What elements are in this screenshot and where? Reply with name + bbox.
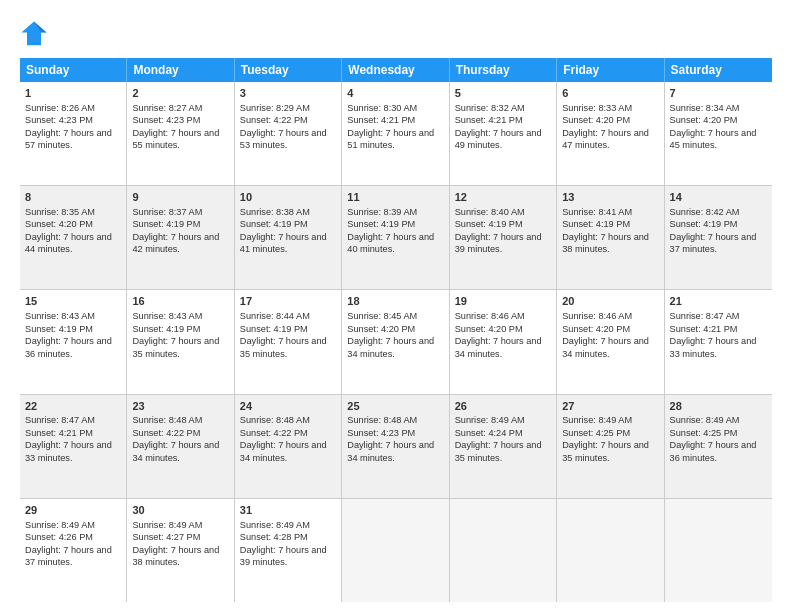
daylight-text: Daylight: 7 hours and 35 minutes. bbox=[455, 440, 542, 462]
day-cell-4: 4Sunrise: 8:30 AMSunset: 4:21 PMDaylight… bbox=[342, 82, 449, 185]
day-number: 16 bbox=[132, 294, 228, 309]
sunset-text: Sunset: 4:19 PM bbox=[347, 219, 415, 229]
daylight-text: Daylight: 7 hours and 39 minutes. bbox=[455, 232, 542, 254]
sunrise-text: Sunrise: 8:26 AM bbox=[25, 103, 95, 113]
calendar-week-3: 15Sunrise: 8:43 AMSunset: 4:19 PMDayligh… bbox=[20, 290, 772, 394]
calendar: SundayMondayTuesdayWednesdayThursdayFrid… bbox=[20, 58, 772, 602]
day-cell-30: 30Sunrise: 8:49 AMSunset: 4:27 PMDayligh… bbox=[127, 499, 234, 602]
sunrise-text: Sunrise: 8:32 AM bbox=[455, 103, 525, 113]
header-day-sunday: Sunday bbox=[20, 58, 127, 82]
header-day-thursday: Thursday bbox=[450, 58, 557, 82]
sunrise-text: Sunrise: 8:48 AM bbox=[347, 415, 417, 425]
page: SundayMondayTuesdayWednesdayThursdayFrid… bbox=[0, 0, 792, 612]
sunrise-text: Sunrise: 8:48 AM bbox=[132, 415, 202, 425]
daylight-text: Daylight: 7 hours and 34 minutes. bbox=[347, 336, 434, 358]
day-cell-28: 28Sunrise: 8:49 AMSunset: 4:25 PMDayligh… bbox=[665, 395, 772, 498]
sunrise-text: Sunrise: 8:49 AM bbox=[132, 520, 202, 530]
daylight-text: Daylight: 7 hours and 34 minutes. bbox=[240, 440, 327, 462]
day-number: 27 bbox=[562, 399, 658, 414]
header-day-friday: Friday bbox=[557, 58, 664, 82]
day-cell-1: 1Sunrise: 8:26 AMSunset: 4:23 PMDaylight… bbox=[20, 82, 127, 185]
daylight-text: Daylight: 7 hours and 35 minutes. bbox=[240, 336, 327, 358]
sunset-text: Sunset: 4:27 PM bbox=[132, 532, 200, 542]
sunset-text: Sunset: 4:28 PM bbox=[240, 532, 308, 542]
day-number: 11 bbox=[347, 190, 443, 205]
day-number: 30 bbox=[132, 503, 228, 518]
header-day-monday: Monday bbox=[127, 58, 234, 82]
logo bbox=[20, 20, 52, 48]
day-number: 13 bbox=[562, 190, 658, 205]
day-number: 28 bbox=[670, 399, 767, 414]
day-number: 18 bbox=[347, 294, 443, 309]
day-cell-14: 14Sunrise: 8:42 AMSunset: 4:19 PMDayligh… bbox=[665, 186, 772, 289]
day-number: 4 bbox=[347, 86, 443, 101]
day-cell-22: 22Sunrise: 8:47 AMSunset: 4:21 PMDayligh… bbox=[20, 395, 127, 498]
calendar-week-4: 22Sunrise: 8:47 AMSunset: 4:21 PMDayligh… bbox=[20, 395, 772, 499]
day-number: 29 bbox=[25, 503, 121, 518]
day-cell-8: 8Sunrise: 8:35 AMSunset: 4:20 PMDaylight… bbox=[20, 186, 127, 289]
sunrise-text: Sunrise: 8:27 AM bbox=[132, 103, 202, 113]
daylight-text: Daylight: 7 hours and 34 minutes. bbox=[562, 336, 649, 358]
sunrise-text: Sunrise: 8:46 AM bbox=[455, 311, 525, 321]
sunset-text: Sunset: 4:20 PM bbox=[347, 324, 415, 334]
header-day-saturday: Saturday bbox=[665, 58, 772, 82]
daylight-text: Daylight: 7 hours and 35 minutes. bbox=[562, 440, 649, 462]
daylight-text: Daylight: 7 hours and 51 minutes. bbox=[347, 128, 434, 150]
day-number: 20 bbox=[562, 294, 658, 309]
svg-marker-0 bbox=[21, 21, 46, 45]
daylight-text: Daylight: 7 hours and 36 minutes. bbox=[670, 440, 757, 462]
day-number: 25 bbox=[347, 399, 443, 414]
sunset-text: Sunset: 4:21 PM bbox=[670, 324, 738, 334]
daylight-text: Daylight: 7 hours and 44 minutes. bbox=[25, 232, 112, 254]
day-cell-9: 9Sunrise: 8:37 AMSunset: 4:19 PMDaylight… bbox=[127, 186, 234, 289]
day-number: 19 bbox=[455, 294, 551, 309]
day-cell-21: 21Sunrise: 8:47 AMSunset: 4:21 PMDayligh… bbox=[665, 290, 772, 393]
daylight-text: Daylight: 7 hours and 53 minutes. bbox=[240, 128, 327, 150]
daylight-text: Daylight: 7 hours and 38 minutes. bbox=[562, 232, 649, 254]
calendar-week-2: 8Sunrise: 8:35 AMSunset: 4:20 PMDaylight… bbox=[20, 186, 772, 290]
day-number: 22 bbox=[25, 399, 121, 414]
sunrise-text: Sunrise: 8:49 AM bbox=[240, 520, 310, 530]
sunset-text: Sunset: 4:21 PM bbox=[347, 115, 415, 125]
empty-cell bbox=[665, 499, 772, 602]
sunrise-text: Sunrise: 8:46 AM bbox=[562, 311, 632, 321]
calendar-week-5: 29Sunrise: 8:49 AMSunset: 4:26 PMDayligh… bbox=[20, 499, 772, 602]
sunrise-text: Sunrise: 8:45 AM bbox=[347, 311, 417, 321]
day-number: 14 bbox=[670, 190, 767, 205]
day-number: 21 bbox=[670, 294, 767, 309]
sunset-text: Sunset: 4:19 PM bbox=[562, 219, 630, 229]
sunset-text: Sunset: 4:22 PM bbox=[132, 428, 200, 438]
day-cell-7: 7Sunrise: 8:34 AMSunset: 4:20 PMDaylight… bbox=[665, 82, 772, 185]
empty-cell bbox=[450, 499, 557, 602]
day-cell-12: 12Sunrise: 8:40 AMSunset: 4:19 PMDayligh… bbox=[450, 186, 557, 289]
day-number: 23 bbox=[132, 399, 228, 414]
day-cell-10: 10Sunrise: 8:38 AMSunset: 4:19 PMDayligh… bbox=[235, 186, 342, 289]
sunrise-text: Sunrise: 8:49 AM bbox=[455, 415, 525, 425]
daylight-text: Daylight: 7 hours and 36 minutes. bbox=[25, 336, 112, 358]
sunrise-text: Sunrise: 8:49 AM bbox=[562, 415, 632, 425]
day-number: 31 bbox=[240, 503, 336, 518]
calendar-header: SundayMondayTuesdayWednesdayThursdayFrid… bbox=[20, 58, 772, 82]
daylight-text: Daylight: 7 hours and 47 minutes. bbox=[562, 128, 649, 150]
sunrise-text: Sunrise: 8:29 AM bbox=[240, 103, 310, 113]
daylight-text: Daylight: 7 hours and 37 minutes. bbox=[670, 232, 757, 254]
day-cell-17: 17Sunrise: 8:44 AMSunset: 4:19 PMDayligh… bbox=[235, 290, 342, 393]
sunset-text: Sunset: 4:20 PM bbox=[455, 324, 523, 334]
day-number: 17 bbox=[240, 294, 336, 309]
sunset-text: Sunset: 4:19 PM bbox=[670, 219, 738, 229]
sunset-text: Sunset: 4:22 PM bbox=[240, 428, 308, 438]
sunset-text: Sunset: 4:23 PM bbox=[132, 115, 200, 125]
sunset-text: Sunset: 4:20 PM bbox=[562, 115, 630, 125]
day-cell-11: 11Sunrise: 8:39 AMSunset: 4:19 PMDayligh… bbox=[342, 186, 449, 289]
day-cell-20: 20Sunrise: 8:46 AMSunset: 4:20 PMDayligh… bbox=[557, 290, 664, 393]
sunset-text: Sunset: 4:25 PM bbox=[562, 428, 630, 438]
daylight-text: Daylight: 7 hours and 49 minutes. bbox=[455, 128, 542, 150]
day-number: 12 bbox=[455, 190, 551, 205]
daylight-text: Daylight: 7 hours and 33 minutes. bbox=[670, 336, 757, 358]
day-number: 5 bbox=[455, 86, 551, 101]
sunset-text: Sunset: 4:23 PM bbox=[347, 428, 415, 438]
sunrise-text: Sunrise: 8:34 AM bbox=[670, 103, 740, 113]
day-cell-16: 16Sunrise: 8:43 AMSunset: 4:19 PMDayligh… bbox=[127, 290, 234, 393]
day-number: 9 bbox=[132, 190, 228, 205]
sunrise-text: Sunrise: 8:39 AM bbox=[347, 207, 417, 217]
